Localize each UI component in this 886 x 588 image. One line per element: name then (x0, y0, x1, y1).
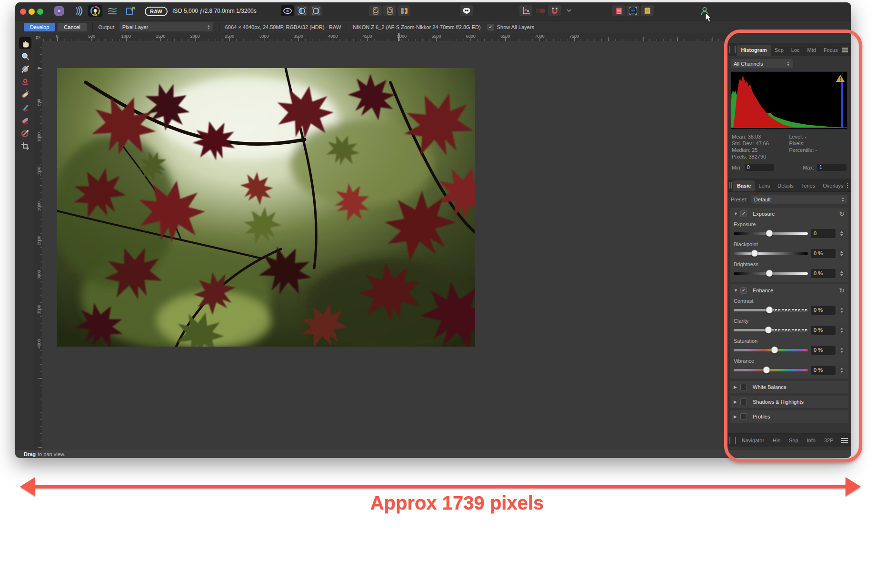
panel-grip-icon[interactable] (729, 437, 736, 444)
stepper[interactable] (838, 229, 845, 238)
tab-mtd[interactable]: Mtd (804, 45, 820, 56)
overlay-paint-tool[interactable] (19, 101, 31, 113)
reset-icon[interactable]: ↻ (839, 287, 845, 294)
tone-mapping-persona-icon[interactable] (106, 5, 119, 17)
vibrance-value[interactable]: 0 % (811, 366, 836, 375)
tab-navigator[interactable]: Navigator (737, 435, 768, 446)
liquify-persona-icon[interactable] (71, 5, 85, 17)
assistant-icon[interactable] (460, 5, 473, 16)
overlay-gradient-tool[interactable] (19, 127, 31, 139)
max-input[interactable]: 1 (817, 164, 846, 171)
develop-button[interactable]: Develop (24, 23, 55, 31)
minimize-window-button[interactable] (29, 9, 35, 15)
slider-knob[interactable] (763, 367, 770, 374)
brightness-value[interactable]: 0 % (811, 269, 836, 278)
tab-histogram[interactable]: Histogram (737, 45, 770, 56)
cancel-button[interactable]: Cancel (58, 23, 86, 31)
slider-knob[interactable] (751, 250, 758, 257)
brightness-slider-track[interactable] (734, 272, 808, 275)
white-balance-enabled-checkbox[interactable]: ✓ (740, 384, 747, 390)
canvas-pasteboard[interactable] (42, 41, 727, 450)
blackpoint-slider-track[interactable] (734, 252, 808, 255)
red-stack-icon[interactable] (612, 5, 625, 16)
tab-tones[interactable]: Tones (797, 180, 819, 191)
vibrance-slider-track[interactable] (734, 369, 808, 371)
reset-icon[interactable]: ↻ (839, 210, 845, 218)
zoom-window-button[interactable] (37, 9, 43, 15)
slider-knob[interactable] (766, 270, 773, 277)
grid-axis-icon[interactable] (519, 5, 532, 16)
preset-select[interactable]: Default ▲▼ (751, 195, 847, 204)
rotate-left-icon[interactable] (369, 5, 382, 16)
slider-knob[interactable] (771, 347, 778, 354)
blackpoint-value[interactable]: 0 % (811, 249, 836, 258)
zoom-tool[interactable] (19, 50, 31, 62)
disclosure-triangle-icon[interactable]: ▶ (734, 399, 740, 404)
blue-stack-icon[interactable] (627, 5, 639, 16)
panel-menu-icon[interactable] (841, 437, 848, 444)
enhance-enabled-checkbox[interactable]: ✓ (740, 287, 747, 294)
develop-persona-icon[interactable] (88, 5, 102, 17)
tab-basic[interactable]: Basic (733, 180, 755, 191)
tab-loc[interactable]: Loc (787, 45, 804, 56)
output-select[interactable]: Pixel Layer ▲▼ (119, 22, 213, 31)
shadows-highlights-enabled-checkbox[interactable]: ✓ (740, 399, 747, 405)
tab-focus[interactable]: Focus (820, 45, 842, 56)
stepper[interactable] (838, 269, 845, 278)
stepper[interactable] (838, 345, 845, 355)
disclosure-triangle-icon[interactable]: ▶ (734, 385, 740, 389)
magnet-dropdown-chevron-icon[interactable] (562, 5, 575, 16)
disclosure-triangle-icon[interactable]: ▼ (734, 211, 740, 216)
saturation-value[interactable]: 0 % (811, 346, 836, 355)
tab-lens[interactable]: Lens (755, 180, 774, 191)
slider-knob[interactable] (765, 327, 772, 334)
profiles-enabled-checkbox[interactable]: ✓ (740, 413, 747, 420)
disclosure-triangle-icon[interactable]: ▼ (734, 288, 740, 293)
white-balance-tool[interactable] (19, 63, 31, 75)
channel-select[interactable]: All Channels ▲▼ (731, 59, 793, 68)
panel-grip-icon[interactable] (729, 46, 736, 53)
toggle-icon[interactable] (534, 5, 547, 16)
contrast-value[interactable]: 0 % (811, 306, 836, 315)
mirror-view-button[interactable] (309, 5, 322, 16)
slider-knob[interactable] (766, 230, 773, 237)
stepper[interactable] (838, 249, 845, 258)
exposure-enabled-checkbox[interactable]: ✓ (740, 210, 747, 217)
tab-scp[interactable]: Scp (771, 45, 787, 56)
show-all-layers-checkbox[interactable]: ✓ (488, 24, 494, 30)
rotate-right-icon[interactable] (383, 5, 396, 16)
tab-details[interactable]: Details (774, 180, 797, 191)
stepper[interactable] (838, 325, 845, 335)
tab-info[interactable]: Info (803, 435, 820, 446)
tab-32-preview[interactable]: 32P (820, 435, 838, 446)
min-input[interactable]: 0 (745, 164, 774, 171)
panel-menu-icon[interactable] (842, 47, 848, 53)
red-eye-removal-tool[interactable] (19, 76, 31, 88)
tab-history[interactable]: His (768, 435, 785, 446)
exposure-value[interactable]: 0 (811, 229, 836, 238)
stepper[interactable] (838, 365, 845, 375)
exposure-slider-track[interactable] (734, 232, 808, 235)
clarity-value[interactable]: 0 % (811, 326, 836, 335)
close-window-button[interactable] (20, 9, 26, 15)
saturation-slider-track[interactable] (734, 349, 808, 351)
photo-persona-icon[interactable] (52, 5, 66, 17)
disclosure-triangle-icon[interactable]: ▶ (734, 414, 740, 419)
overlay-erase-tool[interactable] (19, 114, 31, 126)
pan-tool[interactable] (19, 37, 31, 49)
stepper[interactable] (838, 305, 845, 315)
crop-tool[interactable] (19, 140, 31, 152)
tab-snapshots[interactable]: Snp (785, 435, 803, 446)
flip-icon[interactable] (398, 5, 410, 16)
tab-overlays[interactable]: Overlays (819, 180, 847, 191)
clarity-slider-track[interactable] (734, 329, 808, 331)
export-persona-icon[interactable] (124, 5, 137, 17)
magnet-snapping-icon[interactable] (548, 5, 561, 16)
yellow-stack-icon[interactable] (641, 5, 654, 16)
split-view-button[interactable] (295, 5, 308, 16)
single-view-button[interactable] (281, 5, 294, 16)
blemish-removal-tool[interactable] (19, 89, 31, 100)
panel-menu-icon[interactable] (847, 182, 848, 189)
slider-knob[interactable] (766, 307, 773, 314)
panel-grip-icon[interactable] (729, 182, 732, 189)
